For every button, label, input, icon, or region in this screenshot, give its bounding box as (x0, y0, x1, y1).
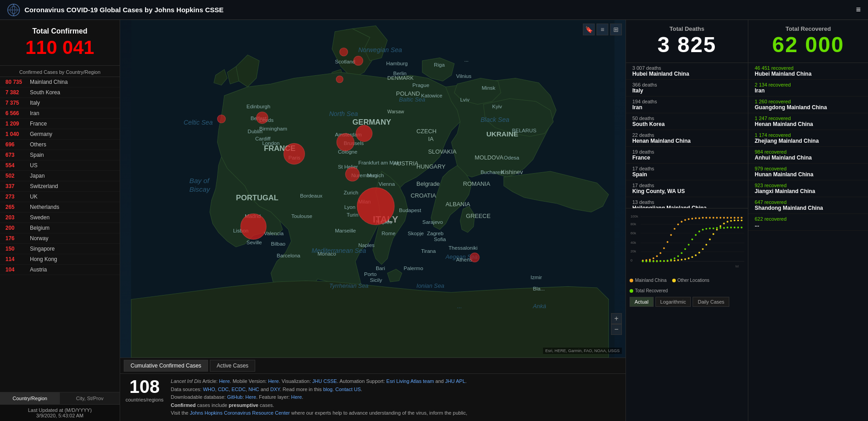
svg-point-163 (681, 259, 683, 261)
tab-city-state[interactable]: City, St/Prov (60, 392, 120, 404)
svg-point-179 (737, 219, 739, 221)
header-title: Coronavirus COVID-19 Global Cases by Joh… (24, 6, 223, 14)
list-item[interactable]: 7 382South Korea (0, 87, 120, 98)
svg-point-194 (688, 244, 689, 246)
ecdc-link[interactable]: ECDC (232, 387, 246, 392)
nhc-link[interactable]: NHC (248, 387, 259, 392)
total-confirmed-label: Total Confirmed (7, 27, 112, 35)
country-name: Japan (30, 173, 45, 179)
svg-point-185 (656, 261, 658, 262)
list-item[interactable]: 273UK (0, 192, 120, 202)
chart-tab-daily[interactable]: Daily Cases (693, 297, 729, 307)
lancet-link[interactable]: Here (219, 378, 230, 384)
list-item[interactable]: 696Others (0, 140, 120, 150)
tab-country-region[interactable]: Country/Region (0, 392, 60, 404)
country-name: Spain (30, 152, 44, 158)
recovered-count: 2 134 recovered (755, 82, 862, 87)
list-item[interactable]: 337Switzerland (0, 181, 120, 192)
mobile-link[interactable]: Here (268, 378, 279, 384)
map-container[interactable]: Celtic Sea Bay of Biscay North Sea Norwe… (120, 20, 626, 358)
svg-text:Hamburg: Hamburg (386, 61, 408, 66)
chart-svg: 100k 80k 60k 40k 20k 0 lut (630, 211, 744, 275)
main-layout: Total Confirmed 110 041 Confirmed Cases … (0, 20, 868, 421)
deaths-summary-box: Total Deaths 3 825 (626, 20, 748, 63)
list-item[interactable]: 80 735Mainland China (0, 77, 120, 87)
cdc-link[interactable]: CDC (218, 387, 229, 392)
svg-point-205 (727, 227, 728, 228)
death-location: Hubei Mainland China (632, 71, 742, 77)
svg-text:Budapest: Budapest (399, 208, 422, 213)
death-location: Italy (632, 87, 742, 94)
country-name: Mainland China (30, 79, 68, 85)
list-item[interactable]: 554US (0, 160, 120, 171)
who-link[interactable]: WHO (203, 387, 215, 392)
svg-text:Rome: Rome (382, 231, 396, 236)
map-tabs: Cumulative Confirmed Cases Active Cases (120, 358, 626, 373)
svg-point-126 (653, 257, 655, 259)
list-item[interactable]: 203Sweden (0, 213, 120, 223)
svg-text:Celtic Sea: Celtic Sea (184, 119, 213, 126)
jhu-link[interactable]: JHU CSSE (312, 378, 337, 384)
svg-text:60k: 60k (630, 231, 636, 235)
chart-tab-logarithmic[interactable]: Logarithmic (655, 297, 691, 307)
country-name: South Korea (30, 89, 60, 96)
dxy-link[interactable]: DXY (270, 387, 280, 392)
svg-point-149 (734, 217, 736, 219)
list-item[interactable]: 1 040Germany (0, 129, 120, 140)
list-item[interactable]: 1 209France (0, 119, 120, 129)
svg-point-98 (284, 143, 305, 164)
list-item[interactable]: 6 566Iran (0, 108, 120, 119)
list-item[interactable]: 265Netherlands (0, 202, 120, 213)
map-tab-active[interactable]: Active Cases (210, 360, 255, 372)
svg-text:Zurich: Zurich (344, 190, 358, 195)
list-item[interactable]: 200Belgium (0, 223, 120, 233)
jhu-resource-link[interactable]: Johns Hopkins Coronavirus Resource Cente… (190, 410, 290, 416)
zoom-in-btn[interactable]: + (611, 313, 622, 324)
recovered-count: 647 recovered (755, 199, 862, 205)
svg-point-174 (720, 225, 722, 227)
list-item[interactable]: 673Spain (0, 150, 120, 160)
menu-icon[interactable]: ≡ (856, 5, 861, 15)
map-svg: Celtic Sea Bay of Biscay North Sea Norwe… (120, 20, 626, 358)
map-tab-cumulative[interactable]: Cumulative Confirmed Cases (124, 360, 208, 372)
list-tool[interactable]: ≡ (596, 24, 608, 35)
svg-point-148 (730, 217, 732, 219)
github-link[interactable]: GitHub (227, 394, 242, 400)
bookmark-tool[interactable]: 🔖 (583, 24, 595, 35)
feature-link[interactable]: Here (291, 394, 302, 400)
jhu-apl-link[interactable]: JHU APL (445, 378, 466, 384)
svg-point-151 (741, 217, 742, 219)
svg-point-140 (702, 217, 704, 219)
svg-point-203 (720, 227, 722, 229)
svg-point-192 (681, 252, 683, 254)
recovered-location: Hubei Mainland China (755, 71, 862, 77)
country-count: 176 (5, 235, 27, 242)
list-item[interactable]: 502Japan (0, 171, 120, 181)
chart-tab-actual[interactable]: Actual (630, 297, 654, 307)
list-item: 50 deathsSouth Korea (626, 113, 748, 130)
list-item[interactable]: 104Austria (0, 265, 120, 275)
svg-point-198 (702, 229, 704, 231)
header: Coronavirus COVID-19 Global Cases by Joh… (0, 0, 868, 20)
esri-link[interactable]: Esri Living Atlas team (386, 378, 434, 384)
country-name: Others (30, 141, 46, 148)
zoom-out-btn[interactable]: − (611, 324, 622, 335)
svg-text:Tyrrhenian Sea: Tyrrhenian Sea (329, 282, 369, 289)
svg-point-184 (653, 261, 655, 262)
recovered-count: 984 recovered (755, 149, 862, 155)
svg-text:Seville: Seville (247, 240, 262, 245)
contact-link[interactable]: Contact US (335, 387, 361, 392)
chart-tabs: Actual Logarithmic Daily Cases (630, 297, 744, 307)
svg-point-165 (688, 257, 689, 259)
blog-link[interactable]: blog (323, 387, 333, 392)
list-item: 194 deathsIran (626, 97, 748, 113)
svg-point-195 (691, 238, 693, 240)
list-item[interactable]: 176Norway (0, 233, 120, 244)
grid-tool[interactable]: ⊞ (610, 24, 622, 35)
list-item[interactable]: 7 375Italy (0, 98, 120, 108)
legend-dot (630, 279, 633, 282)
github-here-link[interactable]: Here (245, 394, 256, 400)
list-item[interactable]: 114Hong Kong (0, 254, 120, 265)
list-item[interactable]: 150Singapore (0, 244, 120, 254)
svg-text:Riga: Riga (434, 62, 445, 68)
